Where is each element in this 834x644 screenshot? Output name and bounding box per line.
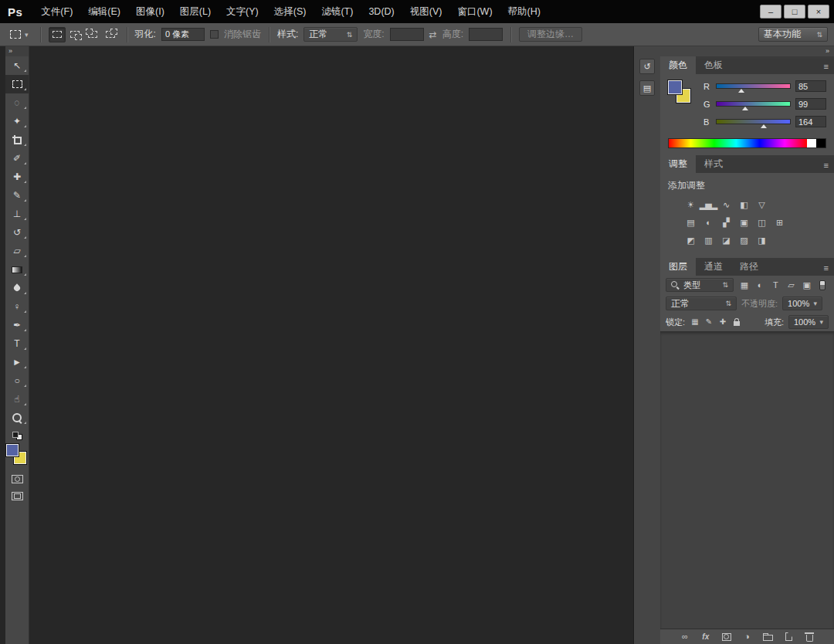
- lock-pixels-icon[interactable]: ✎: [703, 316, 714, 328]
- style-dropdown[interactable]: 正常 ⇅: [303, 27, 358, 42]
- blend-mode-dropdown[interactable]: 正常 ⇅: [666, 297, 737, 310]
- channel-handle-R[interactable]: [738, 89, 744, 93]
- maximize-button[interactable]: □: [784, 5, 805, 19]
- intersect-selection-mode-button[interactable]: [102, 27, 119, 42]
- adj-levels[interactable]: ▂▅▂: [701, 198, 715, 211]
- quick-mask-button[interactable]: [5, 470, 29, 487]
- tab-styles[interactable]: 样式: [696, 155, 731, 173]
- pen-tool[interactable]: ✒: [5, 316, 29, 334]
- opacity-dropdown[interactable]: 100% ▾: [782, 297, 822, 310]
- menu-help[interactable]: 帮助(H): [500, 0, 548, 23]
- new-layer-icon[interactable]: [781, 631, 795, 643]
- workspace-switcher[interactable]: 基本功能 ⇅: [758, 27, 828, 42]
- menu-edit[interactable]: 编辑(E): [80, 0, 128, 23]
- adj-black-white[interactable]: ▞: [719, 216, 733, 229]
- channel-handle-G[interactable]: [742, 107, 748, 110]
- path-selection-tool[interactable]: ►: [5, 353, 29, 371]
- menu-3d[interactable]: 3D(D): [361, 0, 402, 23]
- tab-swatches[interactable]: 色板: [696, 56, 731, 74]
- layer-list[interactable]: [660, 331, 834, 629]
- clone-stamp-tool[interactable]: ⊥: [5, 205, 29, 223]
- toolbar-foreground-swatch[interactable]: [6, 444, 19, 456]
- lock-all-icon[interactable]: [731, 316, 742, 328]
- layer-style-icon[interactable]: fx: [699, 631, 713, 643]
- dock-header[interactable]: »: [660, 46, 834, 56]
- menu-filter[interactable]: 滤镜(T): [314, 0, 361, 23]
- adj-curves[interactable]: ∿: [719, 198, 733, 211]
- screen-mode-button[interactable]: [5, 487, 29, 504]
- add-layer-mask-icon[interactable]: [720, 631, 734, 643]
- quick-selection-tool[interactable]: ✦: [5, 112, 29, 130]
- channel-slider-G[interactable]: [716, 101, 791, 107]
- swap-dimensions-icon[interactable]: ⇄: [429, 29, 437, 40]
- tab-channels[interactable]: 通道: [696, 258, 731, 276]
- add-selection-mode-button[interactable]: [66, 27, 83, 42]
- adj-exposure[interactable]: ◧: [737, 198, 751, 211]
- history-brush-tool[interactable]: ↺: [5, 223, 29, 242]
- adj-channel-mixer[interactable]: ◫: [754, 216, 768, 229]
- minimize-button[interactable]: –: [760, 5, 781, 19]
- channel-slider-R[interactable]: [716, 83, 791, 89]
- menu-select[interactable]: 选择(S): [266, 0, 314, 23]
- menu-layer[interactable]: 图层(L): [172, 0, 219, 23]
- adj-gradient-map[interactable]: ▨: [737, 234, 751, 246]
- tool-preset-picker[interactable]: ▾: [6, 28, 32, 41]
- subtract-selection-mode-button[interactable]: [84, 27, 101, 42]
- lasso-tool[interactable]: ◌: [5, 93, 29, 112]
- feather-input[interactable]: [161, 28, 205, 41]
- healing-brush-tool[interactable]: ✚: [5, 168, 29, 186]
- adj-threshold[interactable]: ◪: [719, 234, 733, 246]
- adj-hue-saturation[interactable]: ▤: [683, 216, 697, 229]
- crop-tool[interactable]: [5, 130, 29, 149]
- brush-tool[interactable]: ✎: [5, 186, 29, 205]
- filter-shape-layers-icon[interactable]: ▱: [785, 279, 798, 291]
- dodge-tool[interactable]: ♀: [5, 297, 29, 316]
- eyedropper-tool[interactable]: ✐: [5, 149, 29, 168]
- tab-color[interactable]: 颜色: [660, 56, 696, 74]
- menu-view[interactable]: 视图(V): [402, 0, 450, 23]
- channel-value-G[interactable]: [795, 98, 826, 110]
- close-button[interactable]: ×: [808, 5, 829, 19]
- type-tool[interactable]: T: [5, 334, 29, 353]
- toolbar-collapse[interactable]: »: [5, 46, 29, 56]
- layers-panel-menu-icon[interactable]: ≡: [819, 260, 834, 276]
- hand-tool[interactable]: ☝: [5, 390, 29, 408]
- filter-type-layers-icon[interactable]: T: [769, 279, 781, 291]
- adj-photo-filter[interactable]: ▣: [737, 216, 751, 229]
- layer-filter-type-dropdown[interactable]: 类型 ⇅: [666, 278, 734, 292]
- collapsed-history-panel-button[interactable]: ↺: [639, 59, 655, 74]
- menu-window[interactable]: 窗口(W): [449, 0, 500, 23]
- new-group-icon[interactable]: [761, 631, 775, 643]
- collapsed-properties-panel-button[interactable]: ▤: [639, 80, 655, 96]
- color-panel-menu-icon[interactable]: ≡: [819, 59, 834, 74]
- tab-paths[interactable]: 路径: [731, 258, 767, 276]
- tab-adjustments[interactable]: 调整: [660, 155, 696, 173]
- adj-color-balance[interactable]: ◐: [701, 216, 715, 229]
- tab-layers[interactable]: 图层: [660, 258, 696, 276]
- menu-file[interactable]: 文件(F): [33, 0, 80, 23]
- channel-value-B[interactable]: [795, 116, 826, 127]
- adj-selective-color[interactable]: ◨: [754, 234, 768, 246]
- eraser-tool[interactable]: ▱: [5, 242, 29, 260]
- new-selection-mode-button[interactable]: [49, 27, 66, 42]
- color-foreground-swatch[interactable]: [668, 80, 682, 94]
- filter-adjustment-layers-icon[interactable]: ◐: [754, 279, 766, 291]
- default-colors-icon[interactable]: [12, 432, 22, 440]
- fill-dropdown[interactable]: 100% ▾: [788, 315, 829, 329]
- refine-edge-button[interactable]: 调整边缘…: [519, 27, 582, 42]
- gradient-tool[interactable]: [5, 260, 29, 279]
- link-layers-icon[interactable]: ∞: [678, 631, 692, 643]
- adj-vibrance[interactable]: ▽: [754, 198, 768, 211]
- width-input[interactable]: [390, 28, 424, 41]
- adj-invert[interactable]: ◩: [683, 234, 697, 246]
- channel-value-R[interactable]: [795, 80, 826, 92]
- filter-smart-objects-icon[interactable]: ▣: [801, 279, 813, 291]
- lock-position-icon[interactable]: ✚: [717, 316, 728, 328]
- filter-pixel-layers-icon[interactable]: ▦: [738, 279, 751, 291]
- shape-tool[interactable]: ○: [5, 371, 29, 390]
- canvas-area[interactable]: [29, 46, 634, 644]
- adj-color-lookup[interactable]: ⊞: [772, 216, 786, 229]
- height-input[interactable]: [469, 28, 503, 41]
- channel-handle-B[interactable]: [761, 124, 767, 128]
- color-spectrum-ramp[interactable]: [668, 138, 826, 148]
